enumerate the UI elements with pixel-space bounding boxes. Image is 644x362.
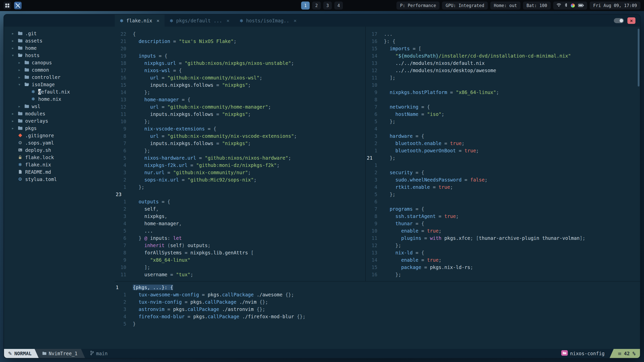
editor-line[interactable]: 3 sudo.wheelNeedsPassword = false; xyxy=(366,176,640,183)
tree-item-assets[interactable]: ▸assets xyxy=(11,37,115,44)
editor-line[interactable]: 12 ../../modules/nixos/desktop/awesome xyxy=(366,67,640,74)
editor-line[interactable]: 15 package = pkgs.nix-ld-rs; xyxy=(366,263,640,271)
tree-item-isoimage[interactable]: ▾isoImage xyxy=(11,81,115,88)
tree-item-controller[interactable]: ▸controller xyxy=(11,73,115,81)
chevron-right-icon[interactable]: ▸ xyxy=(11,46,15,50)
tree-item-canopus[interactable]: ▸canopus xyxy=(11,59,115,66)
editor-line[interactable]: 21 description = "tux's NixOS Flake"; xyxy=(115,37,365,45)
editor-line[interactable]: 8 ssh.startAgent = true; xyxy=(366,212,640,220)
tree-item-default-nix[interactable]: ❄default.nix xyxy=(11,88,115,95)
tree-item-git[interactable]: ▸.git xyxy=(11,30,115,37)
editor-line[interactable]: 2 bluetooth.enable = true; xyxy=(366,140,640,147)
editor-line[interactable]: 3 astronvim = pkgs.callPackage ./astronv… xyxy=(115,305,640,313)
editor-line[interactable]: 14 "${modulesPath}/installer/cd-dvd/inst… xyxy=(366,52,640,59)
chevron-right-icon[interactable]: ▸ xyxy=(17,61,22,65)
editor-line[interactable]: 16 url = "github:nix-community/nixos-wsl… xyxy=(115,74,365,81)
editor-line[interactable]: 18 nixpkgs.url = "github:nixos/nixpkgs/n… xyxy=(115,59,365,67)
editor-line[interactable]: 3 hardware = { xyxy=(366,132,640,140)
editor-line[interactable]: 13 nix-ld = { xyxy=(366,249,640,256)
editor-line[interactable]: 15 imports = [ xyxy=(366,45,640,52)
editor-line[interactable]: 2 sops-nix.url = "github:Mic92/sops-nix"… xyxy=(115,176,365,183)
editor-line[interactable]: 9 thunar = { xyxy=(366,220,640,227)
editor-main[interactable]: 22{21 description = "tux's NixOS Flake";… xyxy=(115,27,366,281)
tree-item-pkgs[interactable]: ▸pkgs xyxy=(11,124,115,132)
editor-line[interactable]: 6 } @ inputs: let xyxy=(115,234,365,242)
editor-line[interactable]: 5} xyxy=(115,320,640,327)
workspace-button-1[interactable]: 1 xyxy=(301,2,310,10)
chevron-right-icon[interactable]: ▸ xyxy=(11,39,15,43)
editor-bottom[interactable]: 1{pkgs, ...}: {1 tux-awesome-wm-config =… xyxy=(115,281,640,349)
toggle-icon[interactable] xyxy=(614,18,624,23)
wifi-icon[interactable] xyxy=(556,3,561,8)
editor-line[interactable]: 14 enable = true; xyxy=(366,256,640,263)
chevron-right-icon[interactable]: ▸ xyxy=(17,104,22,108)
app-launcher-icon[interactable] xyxy=(4,2,11,9)
editor-line[interactable]: 1 tux-awesome-wm-config = pkgs.callPacka… xyxy=(115,291,640,298)
editor-line[interactable]: 1 xyxy=(366,161,640,169)
editor-line[interactable]: 20 xyxy=(115,45,365,52)
editor-line[interactable]: 16}: { xyxy=(366,37,640,45)
logo-icon[interactable] xyxy=(14,2,22,9)
chevron-down-icon[interactable]: ▾ xyxy=(11,53,15,57)
editor-line[interactable]: 11 ]; xyxy=(366,74,640,81)
file-tree[interactable]: ▸.git▸assets▸home▾hosts▸canopus▸common▸c… xyxy=(4,27,115,349)
workspace-button-4[interactable]: 4 xyxy=(334,2,343,10)
scrollbar[interactable] xyxy=(638,29,639,86)
editor-line[interactable]: 23 xyxy=(115,191,365,198)
editor-line[interactable]: 4 firefox-mod-blur = pkgs.callPackage ./… xyxy=(115,313,640,320)
tree-item-flake-nix[interactable]: ❄flake.nix xyxy=(11,161,115,168)
chevron-right-icon[interactable]: ▸ xyxy=(11,31,15,35)
chevron-right-icon[interactable]: ▸ xyxy=(11,119,15,123)
editor-line[interactable]: 11 plugins = with pkgs.xfce; [thunar-arc… xyxy=(366,234,640,242)
editor-line[interactable]: 9 nixpkgs.hostPlatform = "x86_64-linux"; xyxy=(366,88,640,96)
editor-line[interactable]: 7 programs = { xyxy=(366,205,640,212)
editor-line[interactable]: 6 xyxy=(366,198,640,205)
editor-line[interactable]: 14 }; xyxy=(115,88,365,96)
editor-line[interactable]: 5 }; xyxy=(366,191,640,198)
editor-line[interactable]: 7 inherit (self) outputs; xyxy=(115,242,365,249)
editor-line[interactable]: 22{ xyxy=(115,30,365,37)
editor-line[interactable]: 6 }; xyxy=(115,147,365,154)
workspace-button-3[interactable]: 3 xyxy=(323,2,332,10)
editor-line[interactable]: 7 inputs.nixpkgs.follows = "nixpkgs"; xyxy=(115,140,365,147)
chevron-down-icon[interactable]: ▾ xyxy=(17,82,22,86)
editor-line[interactable]: 11 inputs.nixpkgs.follows = "nixpkgs"; xyxy=(115,110,365,118)
tree-item-home-nix[interactable]: ❄home.nix xyxy=(11,95,115,103)
editor-line[interactable]: 12 url = "github:nix-community/home-mana… xyxy=(115,103,365,110)
editor-line[interactable]: 1 bluetooth.powerOnBoot = true; xyxy=(366,147,640,154)
editor-line[interactable]: 19 inputs = { xyxy=(115,52,365,59)
tab-flake-nix[interactable]: ❄flake.nix× xyxy=(115,15,165,27)
tree-item-readme-md[interactable]: README.md xyxy=(11,168,115,175)
editor-line[interactable]: 13 ../../modules/nixos/default.nix xyxy=(366,59,640,67)
tab-pkgs-default[interactable]: ❄pkgs/default ...× xyxy=(165,15,234,27)
tree-item-wsl[interactable]: ▸wsl xyxy=(11,103,115,110)
editor-line[interactable]: 5 }; xyxy=(366,118,640,125)
tree-item-overlays[interactable]: ▸overlays xyxy=(11,117,115,124)
tab-close-icon[interactable]: × xyxy=(294,18,297,24)
chevron-right-icon[interactable]: ▸ xyxy=(11,126,15,130)
editor-line[interactable]: 3 nur.url = "github:nix-community/nur"; xyxy=(115,169,365,176)
tree-item-stylua-toml[interactable]: ⚙stylua.toml xyxy=(11,175,115,183)
tree-item-flake-lock[interactable]: flake.lock xyxy=(11,154,115,161)
editor-line[interactable]: 4 home-manager, xyxy=(115,220,365,227)
tree-item-common[interactable]: ▸common xyxy=(11,66,115,73)
editor-line[interactable]: 16 }; xyxy=(366,271,640,278)
editor-line[interactable]: 4 rtkit.enable = true; xyxy=(366,183,640,191)
editor-line[interactable]: 12 }; xyxy=(366,242,640,249)
editor-line[interactable]: 4 nixpkgs-f2k.url = "github:moni-dz/nixp… xyxy=(115,161,365,169)
chevron-right-icon[interactable]: ▸ xyxy=(17,75,22,79)
tab-close-icon[interactable]: × xyxy=(226,18,229,24)
editor-line[interactable]: 10 }; xyxy=(115,118,365,125)
editor-line[interactable]: 1 }; xyxy=(115,183,365,191)
editor-line[interactable]: 2 tux-nvim-config = pkgs.callPackage ./n… xyxy=(115,298,640,305)
editor-right[interactable]: 17...16}: {15 imports = [14 "${modulesPa… xyxy=(366,27,640,281)
bluetooth-icon[interactable] xyxy=(565,3,568,8)
chevron-right-icon[interactable]: ▸ xyxy=(11,112,15,116)
editor-line[interactable]: 9 nix-vscode-extensions = { xyxy=(115,125,365,132)
editor-line[interactable]: 10 ]; xyxy=(115,263,365,271)
editor-line[interactable]: 8 xyxy=(366,96,640,103)
editor-line[interactable]: 7 networking = { xyxy=(366,103,640,110)
chevron-right-icon[interactable]: ▸ xyxy=(17,68,22,72)
color-picker-icon[interactable] xyxy=(571,4,575,8)
editor-line[interactable]: 11 username = "tux"; xyxy=(115,271,365,278)
